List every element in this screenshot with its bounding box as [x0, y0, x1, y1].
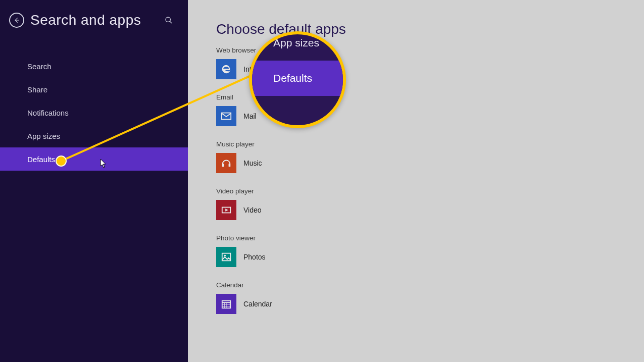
sidebar-item-notifications[interactable]: Notifications: [0, 101, 188, 124]
section-label: Calendar: [216, 281, 644, 289]
section-label: Music player: [216, 140, 644, 148]
settings-sidebar: Search and apps Search Share Notificatio…: [0, 0, 188, 362]
svg-rect-8: [222, 253, 231, 261]
section-label: Web browser: [216, 46, 644, 54]
section-label: Photo viewer: [216, 234, 644, 242]
default-app-photos[interactable]: Photos: [216, 247, 644, 267]
page-title: Choose default apps: [216, 21, 644, 37]
sidebar-nav: Search Share Notifications App sizes Def…: [0, 55, 188, 171]
app-name-label: Music: [243, 159, 262, 167]
sidebar-item-app-sizes[interactable]: App sizes: [0, 124, 188, 147]
svg-point-9: [224, 254, 226, 256]
sidebar-item-label: App sizes: [27, 132, 60, 140]
sidebar-item-defaults[interactable]: Defaults: [0, 147, 188, 171]
svg-point-1: [166, 17, 170, 22]
sidebar-title: Search and apps: [30, 12, 159, 28]
section-label: Email: [216, 93, 644, 101]
photos-icon: [216, 247, 236, 267]
default-app-music[interactable]: Music: [216, 153, 644, 173]
svg-marker-7: [225, 209, 228, 212]
sidebar-item-search[interactable]: Search: [0, 55, 188, 78]
app-name-label: Video: [243, 206, 262, 214]
default-app-calendar[interactable]: Calendar: [216, 294, 644, 314]
svg-line-2: [170, 21, 172, 23]
section-photos: Photo viewer Photos: [216, 234, 644, 267]
back-button[interactable]: [9, 13, 24, 28]
ie-icon: [216, 59, 236, 79]
section-calendar: Calendar Calendar: [216, 281, 644, 314]
default-app-email[interactable]: Mail: [216, 106, 644, 126]
app-name-label: Calendar: [243, 300, 272, 308]
video-icon: [216, 200, 236, 220]
default-app-web-browser[interactable]: Internet Explorer: [216, 59, 644, 79]
section-email: Email Mail: [216, 93, 644, 126]
section-video: Video player Video: [216, 187, 644, 220]
sidebar-item-label: Search: [27, 62, 52, 71]
sidebar-header: Search and apps: [0, 0, 188, 40]
app-name-label: Internet Explorer: [243, 65, 296, 73]
mail-icon: [216, 106, 236, 126]
svg-rect-4: [222, 164, 224, 167]
sidebar-item-label: Notifications: [27, 109, 69, 117]
section-web-browser: Web browser Internet Explorer: [216, 46, 644, 79]
svg-rect-5: [229, 164, 231, 167]
sidebar-item-share[interactable]: Share: [0, 78, 188, 101]
app-name-label: Photos: [243, 253, 266, 261]
settings-content: Choose default apps Web browser Internet…: [188, 0, 644, 362]
section-label: Video player: [216, 187, 644, 195]
sidebar-item-label: Share: [27, 85, 47, 94]
music-icon: [216, 153, 236, 173]
default-app-video[interactable]: Video: [216, 200, 644, 220]
calendar-icon: [216, 294, 236, 314]
search-button[interactable]: [159, 16, 179, 24]
back-arrow-icon: [13, 17, 20, 24]
search-icon: [165, 16, 173, 24]
app-name-label: Mail: [243, 112, 257, 120]
section-music: Music player Music: [216, 140, 644, 173]
sidebar-item-label: Defaults: [27, 155, 55, 164]
